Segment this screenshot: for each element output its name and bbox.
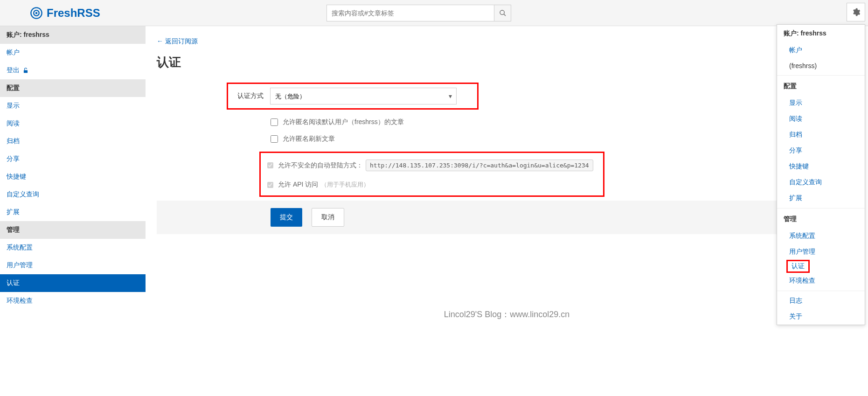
dropdown-item-env-check[interactable]: 环境检查: [777, 273, 865, 289]
dropdown-separator: [777, 208, 865, 208]
back-link[interactable]: ← 返回订阅源: [157, 37, 198, 46]
sidebar-item-display[interactable]: 显示: [0, 97, 146, 115]
cancel-button[interactable]: 取消: [312, 208, 344, 227]
unsafe-login-url: http://148.135.107.235:3098/i/?c=auth&a=…: [366, 160, 593, 171]
sidebar-item-env-check[interactable]: 环境检查: [0, 292, 146, 310]
api-access-note: （用于手机应用）: [321, 181, 369, 189]
page-title: 认证: [157, 54, 857, 70]
dropdown-item-account[interactable]: 帐户: [777, 42, 865, 58]
dropdown-item-about[interactable]: 关于: [777, 309, 865, 325]
dropdown-item-reading[interactable]: 阅读: [777, 111, 865, 127]
dropdown-username: (freshrss): [777, 58, 865, 73]
sidebar-item-auth[interactable]: 认证: [0, 274, 146, 292]
svg-point-2: [35, 12, 38, 14]
dropdown-admin-header: 管理: [777, 210, 865, 228]
sidebar-item-user-manage[interactable]: 用户管理: [0, 257, 146, 274]
dropdown-item-user-manage[interactable]: 用户管理: [777, 244, 865, 260]
app-name: FreshRSS: [47, 7, 100, 20]
highlight-auth-method: 认证方式 无（危险） ▾: [227, 83, 479, 110]
auth-method-label: 认证方式: [233, 92, 270, 100]
dropdown-item-auth[interactable]: 认证: [790, 261, 806, 271]
anon-refresh-checkbox[interactable]: [271, 135, 278, 143]
watermark: Lincol29'S Blog：www.lincol29.cn: [157, 309, 857, 320]
rss-icon: [30, 7, 43, 20]
anon-read-row: 允许匿名阅读默认用户（freshrss）的文章: [157, 118, 857, 126]
anon-read-checkbox[interactable]: [271, 118, 278, 126]
dropdown-item-shortcuts[interactable]: 快捷键: [777, 159, 865, 174]
logout-label: 登出: [7, 66, 20, 75]
gear-icon: [851, 7, 861, 17]
search-input[interactable]: [326, 5, 494, 21]
highlight-dropdown-auth: 认证: [786, 260, 810, 273]
sidebar-item-share[interactable]: 分享: [0, 150, 146, 168]
sidebar-item-archive[interactable]: 归档: [0, 132, 146, 150]
dropdown-config-header: 配置: [777, 77, 865, 95]
dropdown-item-archive[interactable]: 归档: [777, 127, 865, 143]
sidebar-item-shortcuts[interactable]: 快捷键: [0, 168, 146, 186]
auth-method-select[interactable]: 无（危险）: [270, 88, 457, 104]
anon-refresh-label: 允许匿名刷新文章: [283, 135, 335, 143]
action-bar: 提交 取消: [157, 201, 857, 234]
svg-point-3: [500, 10, 504, 14]
dropdown-account-header: 账户: freshrss: [777, 25, 865, 42]
sidebar-item-extensions[interactable]: 扩展: [0, 203, 146, 221]
sidebar: 账户: freshrss 帐户 登出 配置 显示 阅读 归档 分享 快捷键 自定…: [0, 26, 146, 331]
submit-button[interactable]: 提交: [271, 208, 302, 227]
search-icon: [499, 9, 507, 17]
logo[interactable]: FreshRSS: [30, 7, 100, 20]
dropdown-item-extensions[interactable]: 扩展: [777, 190, 865, 206]
top-bar: FreshRSS: [0, 0, 868, 26]
sidebar-admin-header: 管理: [0, 221, 146, 239]
sidebar-item-system-config[interactable]: 系统配置: [0, 239, 146, 257]
dropdown-separator: [777, 291, 865, 291]
api-access-label: 允许 API 访问: [278, 181, 318, 189]
search-form: [326, 5, 511, 21]
dropdown-item-share[interactable]: 分享: [777, 143, 865, 159]
svg-line-4: [504, 14, 506, 16]
highlight-unsafe-api: 允许不安全的自动登陆方式： http://148.135.107.235:309…: [259, 152, 604, 197]
sidebar-config-header: 配置: [0, 79, 146, 97]
sidebar-item-custom-query[interactable]: 自定义查询: [0, 186, 146, 203]
search-button[interactable]: [494, 5, 511, 21]
sidebar-item-logout[interactable]: 登出: [0, 62, 146, 79]
auth-method-select-wrap: 无（危险） ▾: [270, 88, 457, 104]
dropdown-item-system-config[interactable]: 系统配置: [777, 228, 865, 244]
unsafe-login-checkbox[interactable]: [267, 162, 273, 168]
anon-refresh-row: 允许匿名刷新文章: [157, 135, 857, 143]
unsafe-login-label: 允许不安全的自动登陆方式：: [278, 161, 363, 170]
settings-button[interactable]: [847, 3, 865, 21]
dropdown-item-custom-query[interactable]: 自定义查询: [777, 174, 865, 190]
dropdown-item-logs[interactable]: 日志: [777, 293, 865, 309]
dropdown-item-display[interactable]: 显示: [777, 95, 865, 111]
dropdown-separator: [777, 75, 865, 76]
lock-icon: [22, 67, 29, 74]
svg-rect-5: [24, 70, 28, 73]
main-content: ← 返回订阅源 认证 认证方式 无（危险） ▾ 允许匿名阅读默认用户（fresh…: [146, 26, 868, 331]
sidebar-item-account[interactable]: 帐户: [0, 44, 146, 62]
api-access-checkbox[interactable]: [267, 182, 273, 188]
sidebar-account-header: 账户: freshrss: [0, 26, 146, 44]
anon-read-label: 允许匿名阅读默认用户（freshrss）的文章: [283, 118, 404, 126]
settings-dropdown: 账户: freshrss 帐户 (freshrss) 配置 显示 阅读 归档 分…: [777, 24, 865, 325]
sidebar-item-reading[interactable]: 阅读: [0, 115, 146, 132]
